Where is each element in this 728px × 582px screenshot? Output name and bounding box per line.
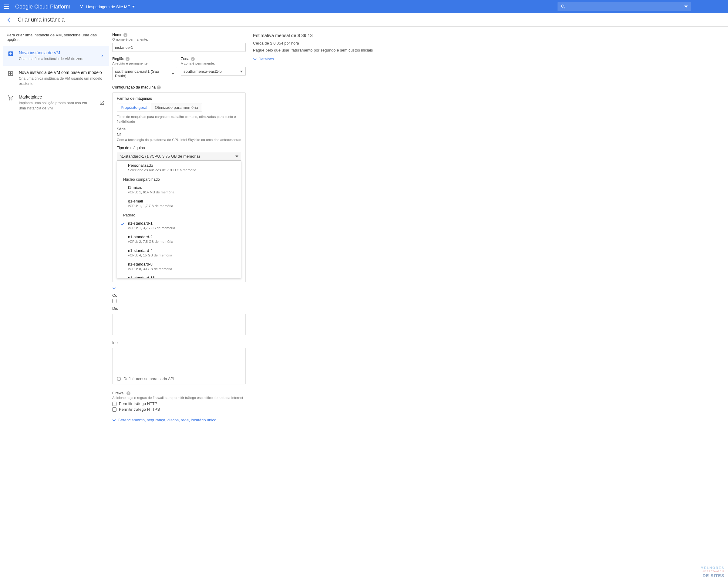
chevrons-icon (253, 57, 257, 61)
brand-title: Google Cloud Platform (15, 4, 70, 10)
checkbox[interactable] (112, 299, 116, 303)
tab-general-purpose[interactable]: Propósito geral (117, 103, 151, 112)
partial-box-api: Definir acesso para cada API (112, 348, 246, 384)
pricing-panel: Estimativa mensal de $ 39,13 Cerca de $ … (246, 27, 728, 434)
plus-box-icon (7, 50, 14, 57)
zone-sublabel: A zona é permanente. (181, 61, 246, 65)
option-desc: Implanta uma solução pronta para uso em … (19, 101, 94, 111)
project-icon (79, 4, 84, 9)
zone-select[interactable]: southamerica-east1-b (181, 67, 246, 76)
details-link[interactable]: Detalhes (253, 57, 721, 61)
zone-label: Zona? (181, 57, 246, 61)
dd-option-f1-micro[interactable]: f1-micro vCPU: 1, 614 MB de memória (117, 183, 241, 196)
estimate-title: Estimativa mensal de $ 39,13 (253, 33, 721, 38)
checkbox-https[interactable]: Permitir tráfego HTTPS (112, 407, 246, 412)
chevron-right-icon (100, 53, 105, 58)
region-sublabel: A região é permanente. (112, 61, 177, 65)
option-new-vm[interactable]: Nova instância de VM Cria uma única inst… (3, 46, 109, 66)
machine-config-box: Família de máquinas Propósito geral Otim… (112, 92, 246, 282)
option-title: Nova instância de VM (19, 50, 95, 55)
dd-option-n1-standard-2[interactable]: n1-standard-2 vCPU: 2, 7,5 GB de memória (117, 232, 241, 246)
name-input[interactable] (112, 43, 246, 52)
machine-type-dropdown[interactable]: Personalizado Selecione os núcleos de vC… (117, 161, 241, 278)
project-name: Hospedagem de Site ME (86, 4, 130, 9)
region-value: southamerica-east1 (São Paulo) (115, 69, 172, 78)
cart-icon (7, 94, 14, 101)
page-title-bar: Criar uma instância (0, 13, 728, 27)
region-select[interactable]: southamerica-east1 (São Paulo) (112, 67, 177, 80)
zone-value: southamerica-east1-b (183, 69, 222, 74)
help-icon[interactable]: ? (127, 391, 130, 395)
caret-down-icon (684, 4, 688, 9)
machine-config-label: Configuração da máquina? (112, 85, 246, 89)
help-icon[interactable]: ? (124, 33, 127, 37)
dd-option-n1-standard-8[interactable]: n1-standard-8 vCPU: 8, 30 GB de memória (117, 259, 241, 273)
top-bar: Google Cloud Platform Hospedagem de Site… (0, 0, 728, 13)
checkbox-row-partial[interactable] (112, 299, 246, 303)
partial-label-dis: Dis (112, 306, 246, 311)
name-sublabel: O nome é permanente. (112, 37, 246, 41)
radio-icon[interactable] (117, 377, 121, 381)
left-options-panel: Para criar uma instância de VM, selecion… (0, 27, 112, 434)
page-title: Criar uma instância (18, 17, 64, 23)
checkbox-http[interactable]: Permitir tráfego HTTP (112, 401, 246, 406)
checkbox[interactable] (112, 401, 116, 406)
project-picker[interactable]: Hospedagem de Site ME (77, 3, 137, 10)
billing-note: Pague pelo que usar: faturamento por seg… (253, 48, 721, 52)
menu-icon[interactable] (4, 3, 11, 10)
dd-option-custom[interactable]: Personalizado Selecione os núcleos de vC… (117, 161, 241, 174)
firewall-sublabel: Adicione tags e regras de firewall para … (112, 396, 246, 399)
tab-memory-optimized[interactable]: Otimizado para memória (151, 103, 201, 112)
partial-api-label: Definir acesso para cada API (124, 377, 175, 381)
caret-down-icon (172, 72, 175, 75)
check-icon (120, 222, 125, 226)
partial-box (112, 314, 246, 335)
option-title: Nova instância de VM com base em modelo (19, 70, 105, 75)
hourly-rate: Cerca de $ 0,054 por hora (253, 41, 721, 46)
serie-value: N1 (117, 133, 241, 137)
template-icon (7, 70, 14, 77)
tab-description: Tipos de máquinas para cargas de trabalh… (117, 114, 241, 124)
help-icon[interactable]: ? (157, 85, 161, 89)
machine-type-select[interactable]: n1-standard-1 (1 vCPU, 3,75 GB de memóri… (117, 152, 241, 161)
partial-label-ide: Ide (112, 340, 246, 345)
dd-group-standard: Padrão (117, 210, 241, 219)
serie-label: Série (117, 127, 241, 131)
collapse-toggle[interactable] (112, 286, 246, 290)
firewall-label: Firewall? (112, 391, 246, 395)
option-new-vm-template[interactable]: Nova instância de VM com base em modelo … (3, 66, 109, 91)
svg-point-1 (82, 5, 83, 6)
machine-type-value: n1-standard-1 (1 vCPU, 3,75 GB de memóri… (120, 154, 200, 159)
option-marketplace[interactable]: Marketplace Implanta uma solução pronta … (3, 90, 109, 115)
name-label: Nome? (112, 33, 246, 37)
help-icon[interactable]: ? (191, 57, 195, 61)
external-link-icon (99, 100, 105, 106)
caret-down-icon (132, 4, 135, 9)
svg-point-0 (80, 5, 81, 6)
dd-option-n1-standard-16[interactable]: n1-standard-16 vCPU: 16, 60 GB de memóri… (117, 273, 241, 278)
search-icon (561, 4, 566, 9)
machine-family-tabs: Propósito geral Otimizado para memória (117, 103, 202, 112)
dd-option-g1-small[interactable]: g1-small vCPU: 1, 1,7 GB de memória (117, 196, 241, 210)
machine-family-label: Família de máquinas (117, 96, 241, 101)
option-title: Marketplace (19, 94, 94, 100)
caret-down-icon (240, 70, 243, 73)
svg-point-2 (81, 7, 82, 8)
partial-label-co: Co (112, 293, 246, 298)
serie-desc: Com a tecnologia da plataforma de CPU In… (117, 138, 241, 142)
back-arrow-icon[interactable] (6, 17, 14, 24)
option-desc: Cria uma única instância de VM do zero (19, 56, 95, 61)
form-panel: Nome? O nome é permanente. Região? A reg… (112, 27, 246, 434)
option-desc: Cria uma única instância de VM usando um… (19, 76, 105, 86)
help-icon[interactable]: ? (126, 57, 130, 61)
chevrons-icon (112, 286, 116, 290)
left-intro-text: Para criar uma instância de VM, selecion… (3, 33, 109, 46)
search-box[interactable] (557, 2, 691, 11)
dd-option-n1-standard-1[interactable]: n1-standard-1 vCPU: 1, 3,75 GB de memóri… (117, 219, 241, 232)
machine-type-label: Tipo de máquina (117, 146, 241, 150)
caret-down-icon (235, 155, 238, 158)
dd-option-n1-standard-4[interactable]: n1-standard-4 vCPU: 4, 15 GB de memória (117, 246, 241, 259)
management-link[interactable]: Gerenciamento, segurança, discos, rede, … (112, 418, 246, 422)
dd-group-shared: Núcleo compartilhado (117, 174, 241, 183)
checkbox[interactable] (112, 408, 116, 412)
